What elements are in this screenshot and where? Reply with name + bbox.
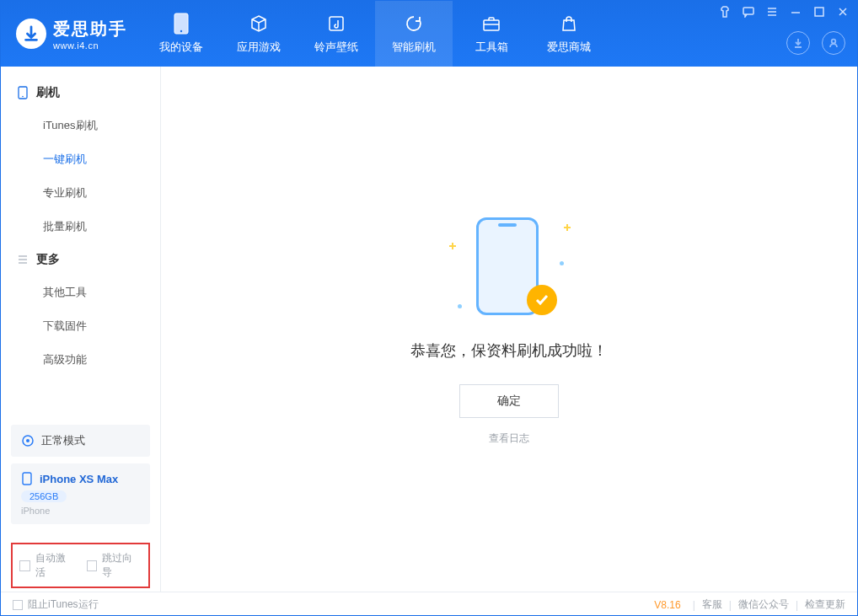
download-button[interactable] (786, 31, 810, 55)
dot-icon (458, 304, 462, 308)
app-header: 爱思助手 www.i4.cn 我的设备 应用游戏 铃声壁纸 智能刷机 工具箱 爱… (1, 1, 857, 67)
ok-button[interactable]: 确定 (459, 384, 559, 418)
body: 刷机 iTunes刷机 一键刷机 专业刷机 批量刷机 更多 其他工具 下载固件 … (1, 67, 857, 592)
svg-point-1 (180, 30, 182, 32)
sidebar-item-batch-flash[interactable]: 批量刷机 (1, 210, 160, 244)
nav-my-device[interactable]: 我的设备 (142, 1, 220, 67)
bag-icon (560, 13, 578, 35)
category-more: 更多 (1, 244, 160, 276)
nav-label: 我的设备 (159, 40, 203, 55)
svg-point-6 (832, 40, 836, 44)
header-actions (786, 31, 845, 55)
device-name: iPhone XS Max (40, 473, 118, 485)
feedback-icon[interactable] (741, 4, 756, 19)
device-type: iPhone (21, 506, 140, 516)
maximize-icon[interactable] (812, 4, 827, 19)
list-icon (16, 253, 29, 266)
category-label: 刷机 (36, 85, 60, 100)
sidebar-scroll: 刷机 iTunes刷机 一键刷机 专业刷机 批量刷机 更多 其他工具 下载固件 … (1, 67, 160, 418)
app-title: 爱思助手 (53, 18, 127, 40)
view-log-link[interactable]: 查看日志 (489, 431, 529, 446)
version-label: V8.16 (654, 599, 680, 611)
device-card[interactable]: iPhone XS Max 256GB iPhone (11, 463, 150, 524)
svg-rect-4 (743, 8, 753, 14)
separator: | (796, 599, 798, 611)
sidebar-item-itunes-flash[interactable]: iTunes刷机 (1, 109, 160, 142)
checkbox-block-itunes[interactable]: 阻止iTunes运行 (13, 597, 99, 612)
app-url: www.i4.cn (53, 40, 127, 51)
check-update-link[interactable]: 检查更新 (805, 597, 845, 612)
mode-icon (21, 434, 35, 447)
sparkle-icon (449, 243, 456, 249)
nav-label: 工具箱 (475, 40, 508, 55)
sidebar-item-one-key-flash[interactable]: 一键刷机 (1, 142, 160, 176)
svg-rect-5 (815, 8, 823, 16)
device-icon (174, 13, 189, 35)
nav-label: 应用游戏 (237, 40, 281, 55)
nav-apps-games[interactable]: 应用游戏 (220, 1, 298, 67)
category-label: 更多 (36, 252, 60, 267)
device-cards: 正常模式 iPhone XS Max 256GB iPhone (1, 418, 160, 534)
category-flash: 刷机 (1, 77, 160, 109)
footer-right: V8.16 | 客服 | 微信公众号 | 检查更新 (654, 597, 845, 612)
logo: 爱思助手 www.i4.cn (1, 1, 142, 67)
checkbox-label: 跳过向导 (102, 551, 142, 580)
footer: 阻止iTunes运行 V8.16 | 客服 | 微信公众号 | 检查更新 (1, 592, 857, 616)
nav-store[interactable]: 爱思商城 (530, 1, 608, 67)
refresh-icon (404, 13, 424, 35)
success-illustration (446, 212, 572, 322)
skin-icon[interactable] (717, 4, 732, 19)
dot-icon (560, 261, 564, 265)
storage-badge: 256GB (21, 490, 67, 502)
sidebar: 刷机 iTunes刷机 一键刷机 专业刷机 批量刷机 更多 其他工具 下载固件 … (1, 67, 161, 592)
logo-icon (16, 19, 46, 49)
device-icon (21, 472, 33, 485)
checkbox-auto-activate[interactable]: 自动激活 (19, 551, 75, 580)
sidebar-item-advanced[interactable]: 高级功能 (1, 343, 160, 377)
svg-rect-3 (484, 20, 499, 30)
toolbox-icon (481, 13, 501, 35)
checkbox-icon (19, 560, 30, 571)
check-icon (527, 285, 557, 315)
nav-smart-flash[interactable]: 智能刷机 (375, 1, 453, 67)
separator: | (693, 599, 695, 611)
user-button[interactable] (822, 31, 845, 55)
svg-point-8 (22, 96, 24, 98)
sidebar-item-download-fw[interactable]: 下载固件 (1, 309, 160, 343)
nav-label: 智能刷机 (392, 40, 436, 55)
close-icon[interactable] (835, 4, 850, 19)
nav-ring-wallpaper[interactable]: 铃声壁纸 (298, 1, 375, 67)
checkbox-icon (13, 600, 23, 610)
sidebar-item-other-tools[interactable]: 其他工具 (1, 276, 160, 309)
svg-point-10 (26, 439, 29, 442)
checkbox-skip-guide[interactable]: 跳过向导 (87, 551, 142, 580)
cube-icon (249, 13, 269, 35)
checkbox-label: 自动激活 (35, 551, 75, 580)
main-content: 恭喜您，保资料刷机成功啦！ 确定 查看日志 (161, 67, 857, 592)
window-controls (717, 4, 850, 19)
mode-label: 正常模式 (41, 433, 85, 448)
nav-label: 爱思商城 (547, 40, 591, 55)
phone-icon (16, 86, 29, 99)
separator: | (729, 599, 732, 611)
support-link[interactable]: 客服 (702, 597, 722, 612)
flash-options: 自动激活 跳过向导 (11, 543, 150, 588)
music-icon (327, 13, 346, 35)
logo-text: 爱思助手 www.i4.cn (53, 18, 127, 51)
minimize-icon[interactable] (788, 4, 803, 19)
main-nav: 我的设备 应用游戏 铃声壁纸 智能刷机 工具箱 爱思商城 (142, 1, 608, 67)
wechat-link[interactable]: 微信公众号 (738, 597, 789, 612)
nav-toolbox[interactable]: 工具箱 (453, 1, 530, 67)
sparkle-icon (564, 224, 571, 231)
mode-card[interactable]: 正常模式 (11, 425, 150, 457)
sidebar-item-pro-flash[interactable]: 专业刷机 (1, 176, 160, 210)
nav-label: 铃声壁纸 (314, 40, 358, 55)
svg-rect-11 (23, 473, 31, 485)
checkbox-label: 阻止iTunes运行 (28, 597, 99, 612)
checkbox-icon (87, 560, 98, 571)
menu-icon[interactable] (764, 4, 780, 19)
success-message: 恭喜您，保资料刷机成功啦！ (410, 340, 608, 361)
